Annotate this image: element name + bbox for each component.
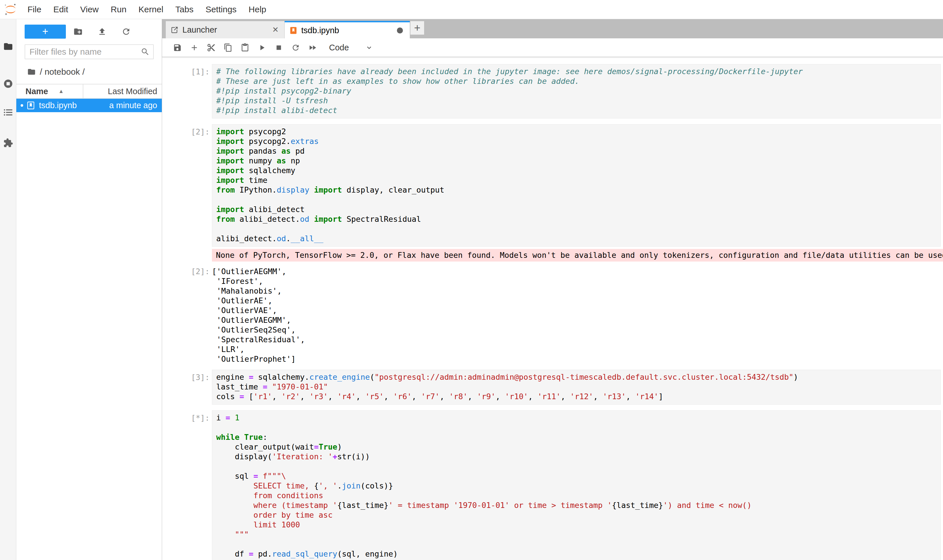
token <box>258 472 262 480</box>
code-line: """ <box>216 530 940 539</box>
menu-help[interactable]: Help <box>242 5 272 14</box>
cut-cells-button[interactable] <box>203 40 220 55</box>
token: + <box>332 452 337 461</box>
menu-file[interactable]: File <box>22 5 47 14</box>
token: ) <box>337 442 342 451</box>
close-tab-icon[interactable]: ✕ <box>271 25 280 34</box>
menu-kernel[interactable]: Kernel <box>133 5 170 14</box>
cell-type-dropdown[interactable]: Code <box>329 43 373 52</box>
token: alibi_detect. <box>235 215 300 223</box>
file-name: tsdb.ipynb <box>39 101 77 110</box>
token: = <box>314 442 318 451</box>
notebook-area: [1]:# The following libraries have alrea… <box>162 57 943 560</box>
token: (cols)} <box>361 481 393 490</box>
token: 'r11' <box>537 392 561 401</box>
insert-cell-button[interactable] <box>186 40 203 55</box>
restart-run-all-button[interactable] <box>304 40 321 55</box>
menu-view[interactable]: View <box>74 5 105 14</box>
breadcrumb: / notebook / <box>27 66 162 78</box>
token <box>309 185 314 194</box>
code-editor[interactable]: engine = sqlalchemy.create_engine("postg… <box>212 370 941 405</box>
code-editor[interactable]: import psycopg2import psycopg2.extrasimp… <box>212 124 941 247</box>
tab-tsdb[interactable]: tsdb.ipynb <box>285 21 410 38</box>
token: as <box>276 156 286 165</box>
file-browser-icon[interactable] <box>3 42 13 51</box>
token: = <box>249 372 253 382</box>
output-text: ['OutlierAEGMM', 'IForest', 'Mahalanobis… <box>212 264 943 364</box>
token: display( <box>216 452 272 461</box>
token: limit 1000 <box>216 520 300 529</box>
run-cell-button[interactable] <box>253 40 270 55</box>
new-folder-button[interactable] <box>66 27 90 36</box>
table-of-contents-icon[interactable] <box>3 107 13 117</box>
token: from <box>216 215 235 223</box>
token: import <box>314 185 342 194</box>
tab-launcher[interactable]: Launcher ✕ <box>165 21 285 38</box>
token: clear_output(wait <box>216 442 314 451</box>
token: "1970-01-01" <box>272 382 328 391</box>
file-row-tsdb[interactable]: tsdb.ipynb a minute ago <box>16 99 162 112</box>
token: as <box>281 146 291 155</box>
code-editor[interactable]: i = 1while True: clear_output(wait=True)… <box>212 410 941 560</box>
token: . <box>286 234 291 243</box>
notebook-toolbar: Code <box>162 38 943 57</box>
token: True <box>244 433 263 442</box>
new-tab-button[interactable]: + <box>411 21 424 35</box>
extensions-icon[interactable] <box>3 138 13 148</box>
jupyter-logo <box>4 3 17 16</box>
token: 'r6' <box>393 392 412 401</box>
menu-edit[interactable]: Edit <box>47 5 74 14</box>
token: i <box>216 413 226 422</box>
filter-files-input[interactable]: Filter files by name <box>25 45 154 59</box>
menu-tabs[interactable]: Tabs <box>169 5 199 14</box>
menu-items: FileEditViewRunKernelTabsSettingsHelp <box>22 0 272 19</box>
token: od <box>276 234 286 243</box>
token: [ <box>244 392 254 401</box>
token: 'r3' <box>309 392 328 401</box>
notebook-icon <box>26 101 35 110</box>
token: alibi_detect. <box>216 234 276 243</box>
running-sessions-icon[interactable] <box>3 79 13 89</box>
token: alibi_detect <box>244 205 305 214</box>
code-line: import psycopg2 <box>216 127 940 137</box>
token: 'r2' <box>281 392 300 401</box>
new-launcher-button[interactable]: + <box>25 25 66 38</box>
code-line <box>216 224 940 234</box>
toolbar-buttons <box>169 40 321 55</box>
code-line: from conditions <box>216 491 940 500</box>
interrupt-kernel-button[interactable] <box>270 40 287 55</box>
home-folder-icon[interactable] <box>27 68 36 76</box>
code-line: df = pd.read_sql_query(sql, engine) <box>216 549 940 559</box>
token: , <box>384 392 393 401</box>
code-line: from alibi_detect.od import SpectralResi… <box>216 214 940 224</box>
save-button[interactable] <box>169 40 186 55</box>
code-editor[interactable]: # The following libraries have already b… <box>212 64 941 118</box>
upload-button[interactable] <box>90 27 114 36</box>
token: ', ' <box>319 481 337 490</box>
code-line: import pandas as pd <box>216 146 940 156</box>
column-name[interactable]: Name <box>25 87 48 96</box>
token: 'r7' <box>421 392 440 401</box>
menu-run[interactable]: Run <box>105 5 133 14</box>
token: IPython. <box>235 185 276 194</box>
token: pandas <box>244 146 281 155</box>
paste-cells-button[interactable] <box>236 40 253 55</box>
token: , <box>328 392 337 401</box>
token: 'r5' <box>365 392 384 401</box>
column-last-modified[interactable]: Last Modified <box>108 87 157 96</box>
token: , <box>440 392 449 401</box>
restart-kernel-button[interactable] <box>287 40 304 55</box>
token: import <box>314 215 342 223</box>
code-line: limit 1000 <box>216 520 940 530</box>
breadcrumb-path[interactable]: / notebook / <box>40 67 85 77</box>
sort-ascending-icon[interactable]: ▲ <box>59 88 64 94</box>
token: import <box>216 166 244 175</box>
token: #!pip install psycopg2-binary <box>216 86 351 95</box>
token: , <box>528 392 537 401</box>
code-line: import psycopg2.extras <box>216 137 940 146</box>
main-area: Launcher ✕ tsdb.ipynb + Code [1]:# The f… <box>162 19 943 560</box>
menu-settings[interactable]: Settings <box>200 5 242 14</box>
token: numpy <box>244 156 277 165</box>
refresh-button[interactable] <box>114 27 138 36</box>
copy-cells-button[interactable] <box>220 40 236 55</box>
